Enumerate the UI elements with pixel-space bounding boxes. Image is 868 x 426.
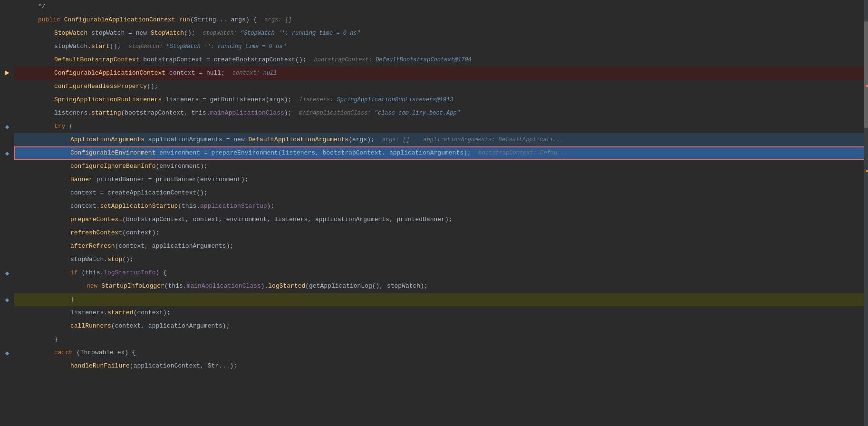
line-content-1: */ [38,0,46,13]
gutter-row-9 [0,106,14,120]
hint-2: args: [] [264,13,292,27]
gutter-row-15 [0,186,14,200]
line-content-25: callRunners(context, applicationArgument… [70,320,230,333]
error-indicator-2 [866,170,868,172]
hint-11: args: [] applicationArguments: DefaultAp… [382,133,564,146]
gutter-row-11 [0,133,14,146]
line-content-10: try { [54,120,73,133]
line-content-6: ConfigurableApplicationContext context =… [54,67,225,80]
gutter-row-23: ◆ [0,293,14,306]
gutter-row-16 [0,200,14,213]
gutter-row-21: ◆ [0,266,14,280]
gutter-row-4 [0,40,14,53]
line-content-28: handleRunFailure(applicationContext, Str… [70,359,237,373]
line-content-2: public ConfigurableApplicationContext ru… [38,13,257,27]
line-content-8: SpringApplicationRunListeners listeners … [54,93,291,106]
code-line-26: } [14,333,868,346]
line-content-21: if (this.logStartupInfo) { [70,266,167,280]
gutter-row-27: ◆ [0,346,14,359]
line-content-11: ApplicationArguments applicationArgument… [70,133,375,146]
line-content-27: catch (Throwable ex) { [54,346,136,359]
code-line-21: if (this.logStartupInfo) { [14,266,868,280]
code-line-6: ConfigurableApplicationContext context =… [14,67,868,80]
gutter-row-7 [0,80,14,93]
line-content-16: context.setApplicationStartup(this.appli… [70,200,274,213]
code-line-7: configureHeadlessProperty(); [14,80,868,93]
gutter-row-6: ► [0,67,14,80]
line-content-12: ConfigurableEnvironment environment = pr… [70,146,471,160]
code-line-17: prepareContext(bootstrapContext, context… [14,213,868,226]
scrollbar-track[interactable] [864,0,868,426]
code-line-28: handleRunFailure(applicationContext, Str… [14,359,868,373]
gutter-row-10: ◆ [0,120,14,133]
code-line-13: configureIgnoreBeanInfo(environment); [14,160,868,173]
gutter-row-25 [0,320,14,333]
gutter-row-14 [0,173,14,186]
code-line-18: refreshContext(context); [14,226,868,240]
code-line-12: ConfigurableEnvironment environment = pr… [14,146,868,160]
error-indicator-1 [866,85,868,87]
code-line-23: } [14,293,868,306]
code-line-22: new StartupInfoLogger(this.mainApplicati… [14,280,868,293]
line-content-18: refreshContext(context); [70,226,159,240]
gutter-row-18 [0,226,14,240]
code-line-20: stopWatch.stop(); [14,253,868,266]
line-content-7: configureHeadlessProperty(); [54,80,158,93]
code-line-14: Banner printedBanner = printBanner(envir… [14,173,868,186]
gutter-row-17 [0,213,14,226]
line-content-15: context = createApplicationContext(); [70,186,208,200]
gutter-row-2 [0,13,14,27]
code-area[interactable]: */ public ConfigurableApplicationContext… [14,0,868,426]
gutter-row-19 [0,240,14,253]
code-line-1: */ [14,0,868,13]
code-line-5: DefaultBootstrapContext bootstrapContext… [14,53,868,67]
code-line-24: listeners.started(context); [14,306,868,320]
line-content-24: listeners.started(context); [70,306,171,320]
hint-6: context: null [232,67,277,80]
left-gutter: ► ◆ ◆ ◆ ◆ ◆ [0,0,14,426]
gutter-row-20 [0,253,14,266]
hint-5: bootstrapContext: DefaultBootstrapContex… [314,53,472,67]
code-line-9: listeners.starting(bootstrapContext, thi… [14,106,868,120]
line-content-17: prepareContext(bootstrapContext, context… [70,213,453,226]
code-line-16: context.setApplicationStartup(this.appli… [14,200,868,213]
gutter-row-12: ◆ [0,146,14,160]
line-content-5: DefaultBootstrapContext bootstrapContext… [54,53,307,67]
code-line-11: ApplicationArguments applicationArgument… [14,133,868,146]
gutter-row-24 [0,306,14,320]
gutter-row-8 [0,93,14,106]
gutter-row-1 [0,0,14,13]
code-line-4: stopWatch.start(); stopWatch: "StopWatch… [14,40,868,53]
code-line-8: SpringApplicationRunListeners listeners … [14,93,868,106]
scrollbar-thumb[interactable] [864,21,868,128]
line-content-13: configureIgnoreBeanInfo(environment); [70,160,208,173]
gutter-row-5 [0,53,14,67]
hint-4: stopWatch: "StopWatch '': running time =… [128,40,286,53]
gutter-row-3 [0,27,14,40]
gutter-row-22 [0,280,14,293]
code-line-15: context = createApplicationContext(); [14,186,868,200]
code-line-10: try { [14,120,868,133]
line-content-26: } [54,333,58,346]
gutter-row-28 [0,359,14,373]
gutter-row-13 [0,160,14,173]
code-line-25: callRunners(context, applicationArgument… [14,320,868,333]
line-content-14: Banner printedBanner = printBanner(envir… [70,173,249,186]
code-line-19: afterRefresh(context, applicationArgumen… [14,240,868,253]
hint-8: listeners: SpringApplicationRunListeners… [299,93,453,106]
hint-12: bootstrapContext: Defau... [479,146,568,160]
gutter-row-26 [0,333,14,346]
code-line-2: public ConfigurableApplicationContext ru… [14,13,868,27]
editor-container: ► ◆ ◆ ◆ ◆ ◆ */ public ConfigurableApp [0,0,868,426]
line-content-19: afterRefresh(context, applicationArgumen… [70,240,233,253]
line-content-4: stopWatch.start(); [54,40,121,53]
line-content-23: } [70,293,74,306]
line-content-22: new StartupInfoLogger(this.mainApplicati… [87,280,428,293]
line-content-20: stopWatch.stop(); [70,253,134,266]
hint-3: stopWatch: "StopWatch '': running time =… [203,27,360,40]
code-line-27: catch (Throwable ex) { [14,346,868,359]
hint-9: mainApplicationClass: "class com.liry.bo… [299,106,460,120]
code-line-3: StopWatch stopWatch = new StopWatch(); s… [14,27,868,40]
line-content-9: listeners.starting(bootstrapContext, thi… [54,106,291,120]
line-content-3: StopWatch stopWatch = new StopWatch(); [54,27,195,40]
